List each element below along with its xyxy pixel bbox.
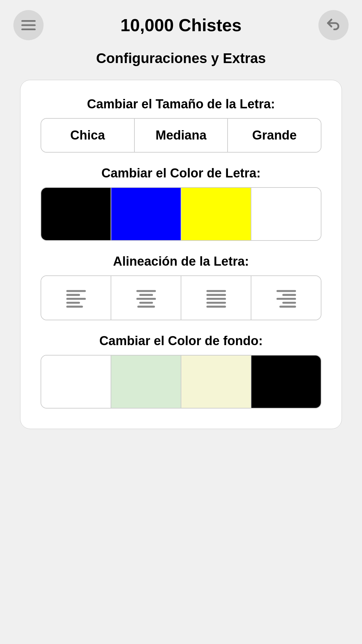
align-center-button[interactable] — [111, 276, 181, 320]
font-color-white[interactable] — [251, 188, 321, 240]
font-size-large[interactable]: Grande — [228, 119, 321, 152]
align-justify-button[interactable] — [181, 276, 251, 320]
font-size-selector: Chica Mediana Grande — [41, 118, 321, 153]
font-color-black[interactable] — [41, 188, 111, 240]
settings-card: Cambiar el Tamaño de la Letra: Chica Med… — [20, 80, 342, 429]
bg-color-white[interactable] — [41, 356, 111, 408]
bg-color-light-yellow[interactable] — [181, 356, 251, 408]
font-size-section: Cambiar el Tamaño de la Letra: Chica Med… — [41, 97, 321, 153]
font-color-selector — [41, 187, 321, 241]
font-color-label: Cambiar el Color de Letra: — [41, 166, 321, 180]
alignment-label: Alineación de la Letra: — [41, 254, 321, 269]
app-title: 10,000 Chistes — [44, 15, 318, 35]
back-button[interactable] — [318, 10, 349, 40]
page-subtitle: Configuraciones y Extras — [96, 50, 266, 66]
alignment-section: Alineación de la Letra: — [41, 254, 321, 320]
bg-color-black[interactable] — [251, 356, 321, 408]
bg-color-section: Cambiar el Color de fondo: — [41, 334, 321, 409]
alignment-selector — [41, 275, 321, 320]
font-size-small[interactable]: Chica — [41, 119, 135, 152]
font-color-blue[interactable] — [111, 188, 181, 240]
font-size-medium[interactable]: Mediana — [135, 119, 228, 152]
header: 10,000 Chistes — [0, 0, 362, 47]
bg-color-light-green[interactable] — [111, 356, 181, 408]
font-color-yellow[interactable] — [181, 188, 251, 240]
font-size-label: Cambiar el Tamaño de la Letra: — [41, 97, 321, 111]
menu-button[interactable] — [13, 10, 44, 40]
bg-color-label: Cambiar el Color de fondo: — [41, 334, 321, 348]
font-color-section: Cambiar el Color de Letra: — [41, 166, 321, 241]
align-right-button[interactable] — [251, 276, 321, 320]
bg-color-selector — [41, 355, 321, 409]
align-left-button[interactable] — [41, 276, 111, 320]
